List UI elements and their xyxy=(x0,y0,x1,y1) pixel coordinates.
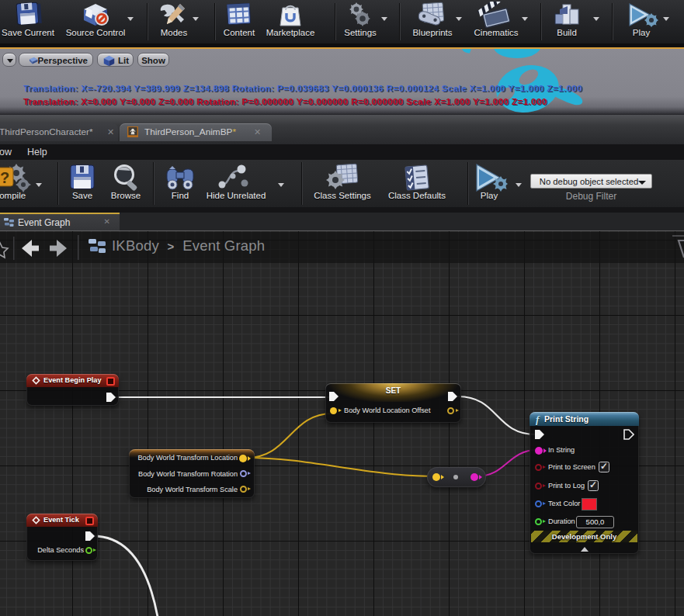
svg-text:?: ? xyxy=(0,169,9,186)
